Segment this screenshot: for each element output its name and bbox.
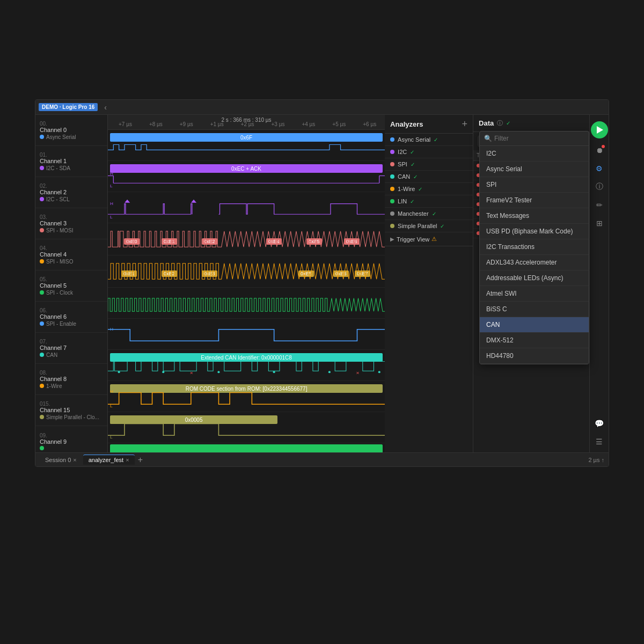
analyzer-item-manchester[interactable]: Manchester ✓ (385, 208, 473, 220)
time-ruler-center: 2 s : 366 ms : 310 µs (222, 117, 272, 123)
edit-icon[interactable]: ✏ (593, 199, 606, 211)
filter-list-item[interactable]: CAN (480, 317, 589, 333)
channel-item-5[interactable]: 05. Channel 5 SPI - Clock (35, 270, 107, 302)
async-serial-check: ✓ (434, 137, 438, 143)
waveform-row-3: 0xE0 0xE1 0xE2 0xE4 0xE5 0xE6 (108, 223, 385, 255)
tab-session-0-close[interactable]: × (73, 457, 76, 463)
filter-list-item[interactable]: Async Serial (480, 162, 589, 177)
channel-6-color-dot (40, 321, 44, 326)
channel-list: 00. Channel 0 Async Serial 01. Channel 1… (35, 115, 108, 452)
analyzer-item-simple-parallel[interactable]: Simple Parallel ✓ (385, 220, 473, 232)
analyzer-item-lin[interactable]: LIN ✓ (385, 195, 473, 208)
channel-4-color-dot (40, 259, 44, 264)
svg-point-13 (162, 371, 164, 373)
record-button[interactable]: ⏺ (593, 144, 606, 157)
timeline-area: 2 s : 366 ms : 310 µs +7 µs +8 µs +9 µs … (108, 115, 385, 452)
waveform-row-7: Extended CAN Identifier: 0x000001C8 × × (108, 350, 385, 381)
run-button[interactable] (591, 121, 608, 138)
analyzer-item-1wire[interactable]: 1-Wire ✓ (385, 183, 473, 195)
proto-bar-9 (110, 444, 383, 452)
channel-0-color-dot (40, 135, 44, 139)
channel-item-0[interactable]: 00. Channel 0 Async Serial (35, 115, 107, 146)
waveform-svg-6: H (108, 319, 385, 349)
svg-text:H: H (110, 420, 113, 425)
filter-list-item[interactable]: ADXL343 Accelerometer (480, 255, 589, 270)
lin-dot (390, 199, 394, 203)
channel-item-7[interactable]: 07. Channel 7 CAN (35, 333, 107, 364)
tab-session-0[interactable]: Session 0 × (40, 455, 82, 465)
waveform-svg-2: H L (108, 192, 385, 223)
manchester-check: ✓ (432, 211, 436, 217)
simple-parallel-dot (390, 224, 394, 228)
can-check: ✓ (413, 174, 418, 180)
filter-list-item[interactable]: I2C Transactions (480, 239, 589, 255)
channel-3-color-dot (40, 228, 44, 232)
time-ruler: 2 s : 366 ms : 310 µs +7 µs +8 µs +9 µs … (108, 115, 385, 130)
channel-item-6[interactable]: 06. Channel 6 SPI - Enable (35, 302, 107, 333)
analyzer-item-spi[interactable]: SPI ✓ (385, 158, 473, 171)
waveform-svg-0 (108, 130, 385, 160)
zoom-label: 2 µs ↑ (588, 457, 604, 463)
svg-marker-10 (191, 200, 196, 203)
async-serial-dot (390, 137, 394, 142)
data-active-check: ✓ (506, 120, 510, 126)
menu-icon[interactable]: ☰ (593, 435, 606, 448)
filter-list-item[interactable]: Text Messages (480, 208, 589, 224)
channel-item-4[interactable]: 04. Channel 4 SPI - MISO (35, 239, 107, 270)
filter-list-item[interactable]: I2C (480, 146, 589, 162)
chat-icon[interactable]: 💬 (593, 417, 606, 430)
tab-analyzer-fest-close[interactable]: × (126, 457, 129, 463)
analyzers-panel: Analyzers + Async Serial ✓ I2C ✓ (385, 115, 473, 452)
waveform-svg-15: H L (108, 412, 385, 443)
waveform-area[interactable]: 0x6F 0xEC + ACK (108, 130, 385, 452)
info-icon[interactable]: ⓘ (593, 180, 606, 193)
filter-list-item[interactable]: HD44780 (480, 348, 589, 364)
waveform-row-9: ⚠ This capture contains simulated data (108, 443, 385, 452)
manchester-dot (390, 211, 394, 216)
top-bar: DEMO · Logic Pro 16 ‹ (35, 100, 609, 115)
waveform-row-15: 0x0005 H L (108, 412, 385, 443)
grid-icon[interactable]: ⊞ (593, 217, 606, 230)
svg-point-12 (118, 371, 120, 373)
channel-item-15[interactable]: 015. Channel 15 Simple Parallel - Clo... (35, 395, 107, 426)
analyzer-item-async-serial[interactable]: Async Serial ✓ (385, 134, 473, 146)
svg-point-15 (273, 371, 275, 373)
trigger-view[interactable]: ▶ Trigger View ⚠ (385, 232, 473, 246)
channel-7-color-dot (40, 353, 44, 357)
add-tab-button[interactable]: + (136, 455, 145, 465)
waveform-row-0: 0x6F (108, 130, 385, 161)
waveform-svg-5 (108, 288, 385, 318)
channel-8-color-dot (40, 384, 44, 388)
waveform-svg-1: H L (108, 161, 385, 192)
channel-item-8[interactable]: 08. Channel 8 1-Wire (35, 364, 107, 395)
analyzer-item-i2c[interactable]: I2C ✓ (385, 146, 473, 158)
filter-list-item[interactable]: Addressable LEDs (Async) (480, 270, 589, 286)
filter-list-item[interactable]: BiSS C (480, 302, 589, 317)
onewire-dot (390, 187, 394, 191)
add-analyzer-button[interactable]: + (462, 119, 468, 129)
svg-text:H: H (110, 201, 113, 206)
channel-1-color-dot (40, 166, 44, 170)
filter-list-item[interactable]: FrameV2 Tester (480, 193, 589, 208)
filter-list-item[interactable]: USB PD (Biphase Mark Code) (480, 224, 589, 239)
analyzers-header: Analyzers + (385, 115, 473, 134)
filter-list-item[interactable]: DMX-512 (480, 333, 589, 348)
tab-analyzer-fest[interactable]: analyzer_fest × (83, 455, 135, 465)
settings-icon[interactable]: ⚙ (593, 162, 606, 175)
channel-item-9[interactable]: 09. Channel 9 (35, 426, 107, 452)
waveform-row-4: 0xE1 0xE2 0xE3 0xE5 0xE6 0xE7 (108, 255, 385, 288)
i2c-check: ✓ (410, 149, 414, 155)
filter-list-item[interactable]: SPI (480, 177, 589, 193)
spi-check: ✓ (411, 162, 415, 167)
filter-input[interactable] (494, 135, 584, 142)
collapse-button[interactable]: ‹ (102, 102, 109, 113)
channel-item-3[interactable]: 03. Channel 3 SPI - MOSI (35, 208, 107, 239)
waveform-svg-7: × × (108, 350, 385, 380)
channel-item-2[interactable]: 02. Channel 2 I2C - SCL (35, 177, 107, 208)
waveform-svg-4 (108, 255, 385, 287)
waveform-row-1: 0xEC + ACK H L (108, 161, 385, 192)
svg-point-14 (217, 371, 219, 373)
filter-list-item[interactable]: Atmel SWI (480, 286, 589, 302)
channel-item-1[interactable]: 01. Channel 1 I2C - SDA (35, 146, 107, 177)
analyzer-item-can[interactable]: CAN ✓ (385, 171, 473, 183)
